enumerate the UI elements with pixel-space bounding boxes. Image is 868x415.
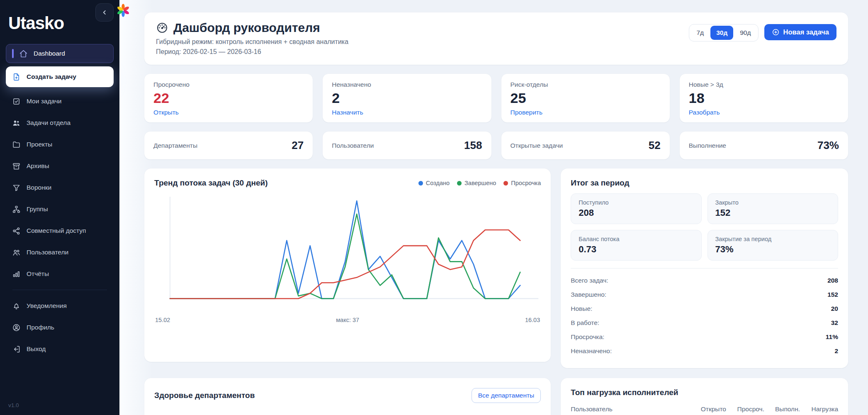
mini-label: Закрытие за период xyxy=(715,236,830,242)
home-icon xyxy=(19,49,28,58)
chevron-left-icon xyxy=(101,9,108,16)
users-icon xyxy=(12,118,21,127)
legend-label: Создано xyxy=(426,180,450,186)
sidebar-item-label: Создать задачу xyxy=(27,73,76,81)
summary-row-completed: Завершено: 152 xyxy=(571,288,838,302)
summary-row-value: 152 xyxy=(827,291,838,298)
pinwheel-logo-icon xyxy=(116,3,130,17)
department-table-header: Департамент Польз. Всего Открыто Просроч… xyxy=(154,413,541,415)
column-header: Департамент xyxy=(154,413,302,415)
sidebar-item-label: Dashboard xyxy=(34,50,65,57)
period-label: Период: 2026-02-15 — 2026-03-16 xyxy=(156,48,348,56)
kpi-link-open[interactable]: Открыть xyxy=(153,109,179,116)
column-header: Выполн. xyxy=(764,403,800,415)
mini-card-flow-balance: Баланс потока 0.73 xyxy=(571,230,701,261)
sidebar-item-shared-access[interactable]: Совместный доступ xyxy=(6,220,114,242)
new-task-button[interactable]: Новая задача xyxy=(764,24,836,40)
active-indicator-bar xyxy=(12,49,14,58)
period-summary-card: Итог за период Поступило 208 Закрыто 152… xyxy=(561,168,848,368)
range-7d-button[interactable]: 7д xyxy=(691,26,710,40)
sidebar-item-label: Проекты xyxy=(27,141,52,148)
kpi-label: Новые > 3д xyxy=(689,81,839,88)
top-load-card: Топ нагрузка исполнителей Пользователь О… xyxy=(561,378,848,415)
kpi-card-unassigned: Неназначено 2 Назначить xyxy=(323,74,491,122)
kpi-link-assign[interactable]: Назначить xyxy=(332,109,363,116)
sidebar-item-label: Воронки xyxy=(27,184,51,191)
sidebar-item-funnels[interactable]: Воронки xyxy=(6,177,114,198)
kpi-label: Риск-отделы xyxy=(511,81,661,88)
summary-row-value: 208 xyxy=(827,277,838,284)
trend-chart-card: Тренд потока задач (30 дней) Создано Зав… xyxy=(144,168,551,362)
range-segmented-control: 7д 30д 90д xyxy=(689,24,758,42)
sidebar-item-label: Выход xyxy=(27,345,46,353)
middle-columns: Тренд потока задач (30 дней) Создано Зав… xyxy=(144,168,848,368)
sidebar-item-label: Отчёты xyxy=(27,270,49,278)
sidebar-item-groups[interactable]: Группы xyxy=(6,198,114,220)
range-30d-button[interactable]: 30д xyxy=(710,26,733,40)
kpi-value: 18 xyxy=(689,90,839,106)
page-header: Дашборд руководителя Гибридный режим: ко… xyxy=(144,12,848,65)
sidebar-item-dashboard[interactable]: Dashboard xyxy=(6,44,114,63)
sidebar-nav: Dashboard Создать задачу Мои задачи Зада… xyxy=(0,44,119,360)
mini-value: 152 xyxy=(715,208,830,218)
logout-icon xyxy=(12,344,21,354)
sidebar-item-profile[interactable]: Профиль xyxy=(6,317,114,338)
stat-value: 27 xyxy=(292,139,304,152)
department-health-card: Здоровье департаментов Все департаменты … xyxy=(144,378,551,415)
user-group-icon xyxy=(12,248,21,257)
column-header: Нагрузка xyxy=(800,403,838,415)
bottom-columns: Здоровье департаментов Все департаменты … xyxy=(144,378,848,415)
sidebar-item-notifications[interactable]: Уведомления xyxy=(6,295,114,317)
summary-title: Итог за период xyxy=(571,178,838,188)
chart-max-label: макс: 37 xyxy=(336,317,359,323)
sidebar-item-users[interactable]: Пользователи xyxy=(6,242,114,263)
mini-value: 73% xyxy=(715,244,830,255)
kpi-link-sort-out[interactable]: Разобрать xyxy=(689,109,720,116)
mini-label: Баланс потока xyxy=(579,236,693,242)
kpi-value: 25 xyxy=(511,90,661,106)
summary-row-label: Новые: xyxy=(571,305,592,312)
summary-row-in-progress: В работе: 32 xyxy=(571,316,838,330)
range-90d-button[interactable]: 90д xyxy=(734,26,756,40)
stat-label: Пользователи xyxy=(332,142,374,149)
sidebar-item-logout[interactable]: Выход xyxy=(6,338,114,360)
kpi-card-overdue: Просрочено 22 Открыть xyxy=(144,74,313,122)
kpi-value: 2 xyxy=(332,90,482,106)
sidebar-collapse-button[interactable] xyxy=(95,3,114,22)
sidebar-item-create-task[interactable]: Создать задачу xyxy=(6,66,114,87)
mini-label: Поступило xyxy=(579,199,693,206)
stat-value: 73% xyxy=(817,139,839,152)
sidebar-item-projects[interactable]: Проекты xyxy=(6,134,114,155)
stat-card-users: Пользователи 158 xyxy=(323,132,491,159)
legend-label: Просрочка xyxy=(511,180,541,186)
kpi-card-new-over-3d: Новые > 3д 18 Разобрать xyxy=(680,74,848,122)
stat-card-departments: Департаменты 27 xyxy=(144,132,313,159)
sidebar-item-label: Мои задачи xyxy=(27,98,61,105)
sidebar-item-archives[interactable]: Архивы xyxy=(6,155,114,177)
bar-chart-icon xyxy=(12,269,21,278)
summary-row-value: 11% xyxy=(826,333,838,341)
stat-label: Департаменты xyxy=(153,142,197,149)
summary-mini-grid: Поступило 208 Закрыто 152 Баланс потока … xyxy=(571,193,838,261)
kpi-link-check[interactable]: Проверить xyxy=(511,109,543,116)
summary-row-unassigned: Неназначено: 2 xyxy=(571,344,838,358)
main-content: Дашборд руководителя Гибридный режим: ко… xyxy=(119,0,868,415)
page-header-left: Дашборд руководителя Гибридный режим: ко… xyxy=(156,21,348,56)
kpi-row: Просрочено 22 Открыть Неназначено 2 Назн… xyxy=(144,74,848,122)
legend-label: Завершено xyxy=(464,180,496,186)
sidebar-item-label: Пользователи xyxy=(27,249,68,256)
sidebar-item-label: Уведомления xyxy=(27,302,67,310)
kpi-label: Неназначено xyxy=(332,81,482,88)
sidebar-item-reports[interactable]: Отчёты xyxy=(6,263,114,285)
stat-value: 158 xyxy=(464,139,482,152)
department-health-title: Здоровье департаментов xyxy=(154,391,255,400)
sidebar-item-department-tasks[interactable]: Задачи отдела xyxy=(6,112,114,134)
legend-item-created: Создано xyxy=(418,180,450,186)
sidebar-item-my-tasks[interactable]: Мои задачи xyxy=(6,90,114,112)
x-axis-start-label: 15.02 xyxy=(155,317,170,323)
summary-row-value: 32 xyxy=(831,319,838,327)
sidebar-item-label: Группы xyxy=(27,205,48,213)
all-departments-button[interactable]: Все департаменты xyxy=(472,388,541,403)
legend-item-completed: Завершено xyxy=(457,180,496,186)
column-header: Просроч. xyxy=(396,413,436,415)
